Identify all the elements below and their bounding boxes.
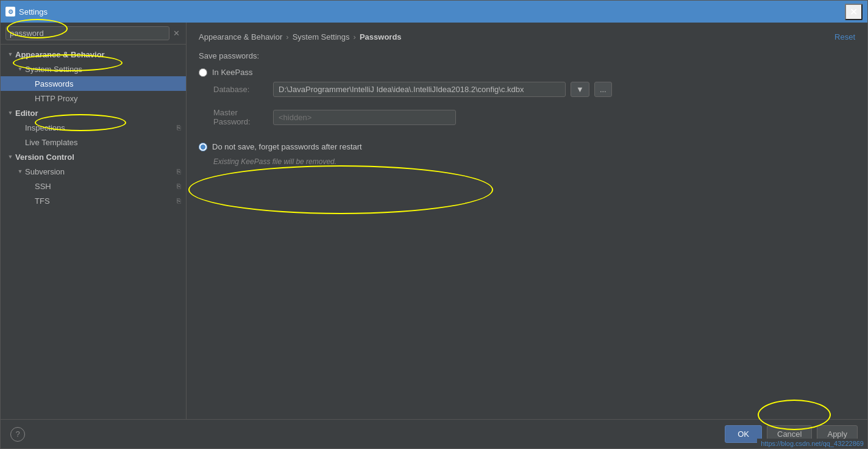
- sidebar-item-inspections[interactable]: Inspections ⎘: [1, 120, 186, 135]
- database-row: Database: ▼ ...: [213, 82, 855, 97]
- master-password-label: Master Password:: [213, 108, 268, 126]
- sidebar-item-appearance-behavior[interactable]: Appearance & Behavior: [1, 47, 186, 62]
- sidebar-label-ssh: SSH: [35, 182, 51, 191]
- sidebar-item-passwords[interactable]: Passwords: [1, 76, 186, 91]
- search-input[interactable]: [10, 29, 165, 38]
- sidebar-item-tfs[interactable]: TFS ⎘: [1, 193, 186, 208]
- sidebar-item-live-templates[interactable]: Live Templates: [1, 135, 186, 149]
- right-panel: Appearance & Behavior › System Settings …: [187, 23, 867, 419]
- expand-arrow-editor: [5, 108, 15, 118]
- database-browse-button[interactable]: ...: [594, 82, 612, 97]
- sidebar-label-tfs: TFS: [35, 196, 50, 206]
- sidebar-item-editor[interactable]: Editor: [1, 106, 186, 120]
- ok-button[interactable]: OK: [725, 425, 762, 443]
- dialog-title: Settings: [19, 7, 48, 16]
- copy-icon-ssh: ⎘: [177, 182, 181, 190]
- settings-icon: ⚙: [5, 7, 15, 16]
- database-dropdown-button[interactable]: ▼: [571, 82, 589, 97]
- database-input[interactable]: [273, 82, 566, 97]
- sidebar-item-version-control[interactable]: Version Control: [1, 149, 186, 164]
- expand-arrow-subversion: [15, 167, 25, 176]
- radio-row-keepass: In KeePass: [199, 68, 855, 77]
- radio-row-do-not-save: Do not save, forget passwords after rest…: [199, 142, 855, 151]
- help-button[interactable]: ?: [10, 427, 25, 442]
- breadcrumb-part-2: System Settings: [293, 32, 350, 41]
- sidebar-label-editor: Editor: [15, 109, 38, 118]
- sidebar-item-subversion[interactable]: Subversion ⎘: [1, 164, 186, 179]
- sidebar-label-live-templates: Live Templates: [25, 138, 77, 147]
- sidebar-label-appearance-behavior: Appearance & Behavior: [15, 50, 105, 59]
- radio-do-not-save[interactable]: [199, 143, 207, 151]
- database-label: Database:: [213, 85, 268, 94]
- radio-group: In KeePass Database: ▼ ... Master Passwo…: [199, 68, 855, 166]
- breadcrumb-part-1: Appearance & Behavior: [199, 32, 282, 41]
- master-password-input[interactable]: [273, 110, 456, 125]
- copy-icon-subversion: ⎘: [177, 168, 181, 175]
- sidebar-label-subversion: Subversion: [25, 167, 65, 176]
- expand-arrow-system-settings: [15, 64, 25, 74]
- sidebar-label-http-proxy: HTTP Proxy: [35, 94, 78, 103]
- breadcrumb: Appearance & Behavior › System Settings …: [199, 32, 855, 41]
- search-input-wrapper: [5, 26, 169, 40]
- expand-arrow-appearance: [5, 49, 15, 59]
- save-passwords-label: Save passwords:: [199, 51, 855, 60]
- radio-keepass-label: In KeePass: [212, 68, 253, 77]
- sidebar-item-system-settings[interactable]: System Settings: [1, 62, 186, 76]
- title-bar: ⚙ Settings ✕: [1, 1, 867, 23]
- status-url: https://blog.csdn.net/qq_43222869: [757, 439, 867, 448]
- search-bar: ✕: [1, 23, 186, 45]
- search-clear-button[interactable]: ✕: [172, 29, 181, 38]
- expand-arrow-version-control: [5, 152, 15, 162]
- radio-do-not-save-label: Do not save, forget passwords after rest…: [212, 142, 362, 151]
- bottom-bar: ? OK Cancel Apply: [1, 419, 867, 448]
- sidebar-item-ssh[interactable]: SSH ⎘: [1, 179, 186, 193]
- master-password-row: Master Password:: [213, 108, 855, 126]
- sidebar-label-passwords: Passwords: [35, 79, 74, 88]
- sidebar-label-version-control: Version Control: [15, 153, 74, 162]
- sub-note: Existing KeePass file will be removed.: [213, 157, 855, 166]
- copy-icon-inspections: ⎘: [177, 124, 181, 131]
- reset-button[interactable]: Reset: [834, 32, 855, 41]
- breadcrumb-current: Passwords: [360, 32, 402, 41]
- sidebar: ✕ Appearance & Behavior System Settings …: [1, 23, 187, 419]
- sidebar-label-system-settings: System Settings: [25, 65, 82, 74]
- breadcrumb-sep-1: ›: [286, 32, 288, 41]
- sidebar-label-inspections: Inspections: [25, 123, 65, 132]
- close-button[interactable]: ✕: [845, 4, 863, 20]
- main-content: ✕ Appearance & Behavior System Settings …: [1, 23, 867, 419]
- title-bar-left: ⚙ Settings: [5, 7, 48, 16]
- sidebar-tree: Appearance & Behavior System Settings Pa…: [1, 45, 186, 419]
- breadcrumb-sep-2: ›: [354, 32, 356, 41]
- copy-icon-tfs: ⎘: [177, 197, 181, 204]
- radio-keepass[interactable]: [199, 68, 207, 77]
- sidebar-item-http-proxy[interactable]: HTTP Proxy: [1, 91, 186, 106]
